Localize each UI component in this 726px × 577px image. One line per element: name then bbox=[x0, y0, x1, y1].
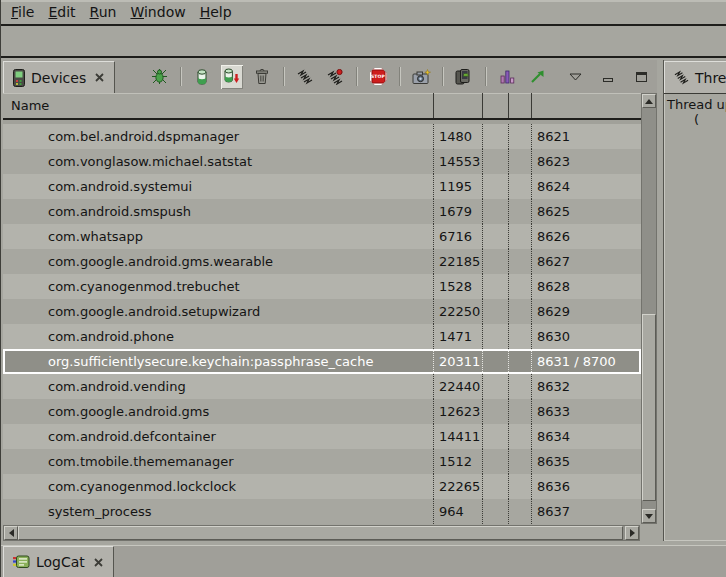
update-threads-button[interactable] bbox=[294, 65, 316, 89]
table-row[interactable]: com.google.android.setupwizard 22250 862… bbox=[3, 299, 641, 324]
process-port: 8632 bbox=[531, 374, 641, 399]
devices-tabbar: Devices bbox=[3, 60, 657, 93]
minimize-button[interactable] bbox=[597, 65, 619, 89]
column-header-3[interactable] bbox=[482, 93, 508, 118]
empty-cell bbox=[482, 174, 508, 199]
threads-tabbar: Threa bbox=[664, 60, 726, 93]
debug-process-button[interactable] bbox=[148, 65, 170, 89]
reset-adb-button[interactable] bbox=[453, 65, 475, 89]
table-row[interactable]: com.bel.android.dspmanager 1480 8621 bbox=[3, 124, 641, 149]
empty-cell bbox=[482, 299, 508, 324]
tab-devices[interactable]: Devices bbox=[3, 61, 115, 93]
column-header-name[interactable]: Name bbox=[3, 93, 433, 118]
toolbar-separator bbox=[283, 67, 284, 86]
horizontal-scrollbar[interactable] bbox=[3, 525, 640, 541]
screen-capture-icon bbox=[412, 69, 431, 85]
empty-cell bbox=[482, 124, 508, 149]
process-name: com.vonglasow.michael.satstat bbox=[3, 149, 433, 174]
process-pid: 22250 bbox=[433, 299, 482, 324]
scroll-down-button[interactable] bbox=[642, 509, 656, 523]
start-thread-updates-button[interactable] bbox=[324, 65, 346, 89]
menu-bar: File Edit Run Window Help bbox=[1, 0, 726, 26]
process-name: com.bel.android.dspmanager bbox=[3, 124, 433, 149]
scroll-up-button[interactable] bbox=[642, 94, 656, 108]
empty-cell bbox=[508, 474, 531, 499]
process-port: 8623 bbox=[531, 149, 641, 174]
table-row[interactable]: com.whatsapp 6716 8626 bbox=[3, 224, 641, 249]
close-icon[interactable] bbox=[93, 557, 104, 568]
logcat-tabbar: LogCat bbox=[1, 545, 726, 577]
process-port: 8621 bbox=[531, 124, 641, 149]
process-pid: 1480 bbox=[433, 124, 482, 149]
start-method-profiling-button[interactable] bbox=[526, 65, 548, 89]
menu-edit[interactable]: Edit bbox=[41, 1, 82, 23]
menu-run[interactable]: Run bbox=[83, 1, 124, 23]
menu-help[interactable]: Help bbox=[193, 1, 239, 23]
table-row[interactable]: com.android.smspush 1679 8625 bbox=[3, 199, 641, 224]
stop-process-button[interactable]: STOP bbox=[367, 65, 389, 89]
table-row[interactable]: com.android.vending 22440 8632 bbox=[3, 374, 641, 399]
cause-gc-button[interactable] bbox=[251, 65, 273, 89]
update-heap-button[interactable] bbox=[191, 65, 213, 89]
empty-cell bbox=[482, 324, 508, 349]
maximize-button[interactable] bbox=[630, 65, 652, 89]
process-pid: 1512 bbox=[433, 449, 482, 474]
start-thread-updates-icon bbox=[327, 69, 343, 85]
workbench: Devices bbox=[1, 60, 726, 541]
scroll-right-button[interactable] bbox=[625, 526, 639, 540]
process-port: 8634 bbox=[531, 424, 641, 449]
tab-logcat[interactable]: LogCat bbox=[3, 546, 114, 577]
minimize-icon bbox=[603, 78, 613, 82]
view-menu-button[interactable] bbox=[564, 65, 586, 89]
process-name: system_process bbox=[3, 499, 433, 524]
empty-cell bbox=[482, 249, 508, 274]
process-port: 8624 bbox=[531, 174, 641, 199]
empty-cell bbox=[482, 374, 508, 399]
vertical-scrollbar-thumb[interactable] bbox=[642, 314, 656, 501]
table-row[interactable]: com.android.systemui 1195 8624 bbox=[3, 174, 641, 199]
horizontal-scrollbar-thumb[interactable] bbox=[18, 526, 623, 540]
process-port: 8629 bbox=[531, 299, 641, 324]
empty-cell bbox=[482, 424, 508, 449]
menu-window[interactable]: Window bbox=[123, 1, 192, 23]
close-icon[interactable] bbox=[94, 72, 105, 83]
table-row[interactable]: com.vonglasow.michael.satstat 14553 8623 bbox=[3, 149, 641, 174]
toolbar-separator bbox=[356, 67, 357, 86]
process-port: 8627 bbox=[531, 249, 641, 274]
screen-capture-button[interactable] bbox=[410, 65, 432, 89]
dump-hprof-button[interactable] bbox=[221, 65, 243, 89]
table-row[interactable]: com.cyanogenmod.lockclock 22265 8636 bbox=[3, 474, 641, 499]
table-row[interactable]: system_process 964 8637 bbox=[3, 499, 641, 524]
table-row[interactable]: com.cyanogenmod.trebuchet 1528 8628 bbox=[3, 274, 641, 299]
devices-toolbar: STOP bbox=[148, 60, 657, 93]
menu-file[interactable]: File bbox=[4, 1, 41, 23]
process-pid: 6716 bbox=[433, 224, 482, 249]
table-row[interactable]: com.google.android.gms.wearable 22185 86… bbox=[3, 249, 641, 274]
table-row[interactable]: org.sufficientlysecure.keychain:passphra… bbox=[3, 349, 641, 374]
column-header-pid[interactable] bbox=[433, 93, 482, 118]
process-port: 8628 bbox=[531, 274, 641, 299]
empty-cell bbox=[508, 399, 531, 424]
table-row[interactable]: com.android.defcontainer 14411 8634 bbox=[3, 424, 641, 449]
tab-threads-label: Threa bbox=[695, 70, 726, 86]
empty-cell bbox=[508, 299, 531, 324]
view-menu-icon bbox=[569, 73, 582, 81]
process-name: com.google.android.gms bbox=[3, 399, 433, 424]
tab-devices-label: Devices bbox=[31, 70, 86, 86]
process-name: com.cyanogenmod.trebuchet bbox=[3, 274, 433, 299]
table-row[interactable]: com.google.android.gms 12623 8633 bbox=[3, 399, 641, 424]
column-header-port[interactable] bbox=[531, 93, 641, 118]
method-profiling-button[interactable] bbox=[496, 65, 518, 89]
process-port: 8635 bbox=[531, 449, 641, 474]
column-header-4[interactable] bbox=[508, 93, 531, 118]
empty-cell bbox=[508, 449, 531, 474]
devices-table: Name com.bel.android.dspmanager 1480 bbox=[3, 93, 657, 541]
table-row[interactable]: com.android.phone 1471 8630 bbox=[3, 324, 641, 349]
scroll-left-button[interactable] bbox=[4, 526, 18, 540]
table-row[interactable]: com.tmobile.thememanager 1512 8635 bbox=[3, 449, 641, 474]
process-pid: 1195 bbox=[433, 174, 482, 199]
empty-cell bbox=[508, 149, 531, 174]
empty-cell bbox=[482, 499, 508, 524]
vertical-scrollbar[interactable] bbox=[641, 93, 657, 524]
tab-threads[interactable]: Threa bbox=[664, 61, 726, 93]
